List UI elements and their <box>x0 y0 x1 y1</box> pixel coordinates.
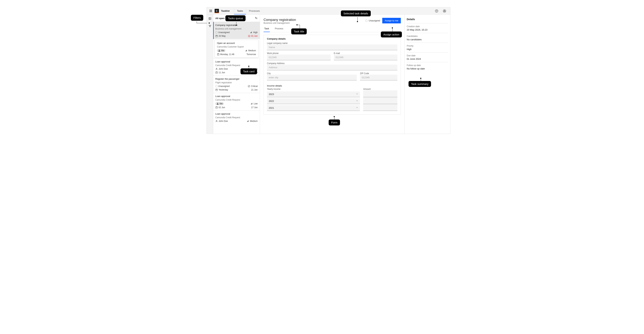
summary-row: Creation date20 May 2024, 15:23 <box>407 23 448 33</box>
filter-icon[interactable] <box>208 24 212 29</box>
task-card-due-date: 21 Jun <box>251 89 258 91</box>
label-work-phone: Work phone <box>267 52 331 55</box>
input-amount[interactable] <box>363 97 397 104</box>
priority-icon <box>248 85 250 88</box>
svg-point-27 <box>216 68 217 69</box>
task-card-due-date: 17 Jun <box>251 106 258 109</box>
task-card-due-date: 01 Jun <box>248 35 258 37</box>
task-card-title: Loan approval <box>215 95 258 98</box>
summary-value: 20 May 2024, 15:23 <box>407 29 448 31</box>
input-address[interactable] <box>267 65 397 70</box>
svg-rect-21 <box>246 50 246 51</box>
app-switcher-icon[interactable] <box>209 9 212 13</box>
task-card-title: Open an account <box>217 42 256 45</box>
svg-rect-9 <box>250 33 251 33</box>
callout-task-title: Task title <box>291 29 307 34</box>
form-section-company: Company details <box>267 38 397 40</box>
task-card-created-date: 02 Jun <box>215 106 225 109</box>
summary-value: 01 June 2024 <box>407 58 448 60</box>
task-card[interactable]: Open an accountCamundia Customer SuportM… <box>214 40 258 58</box>
svg-rect-22 <box>247 50 247 51</box>
calendar-icon <box>215 106 218 109</box>
task-card-priority: Critical <box>248 85 258 88</box>
input-work-phone[interactable] <box>267 55 331 60</box>
svg-rect-10 <box>251 32 251 33</box>
svg-point-0 <box>435 10 438 12</box>
brand-logo: C <box>214 9 219 13</box>
task-card-assignee: John Doe <box>215 68 228 70</box>
task-card-title: Register the passenger <box>215 78 258 80</box>
task-card[interactable]: Loan approvalCamundia Credit RequestJohn… <box>213 111 260 124</box>
task-card-subtitle: Flight registration <box>215 81 258 84</box>
task-card-subtitle: Camundia Credit Request <box>215 64 258 67</box>
year-select[interactable]: 2022 <box>267 98 360 104</box>
task-card-created-date: 11 Jun <box>215 71 225 74</box>
assign-to-me-button[interactable]: Assign to me <box>382 18 401 24</box>
year-select[interactable]: 2023 <box>267 91 360 97</box>
callout-task-card: Task card <box>240 68 257 74</box>
calendar-icon <box>215 89 218 91</box>
summary-label: Follow up date <box>407 64 448 67</box>
label-address: Company Address <box>267 62 397 65</box>
task-card[interactable]: Loan approvalCamundia Credit RequestMeLo… <box>213 93 260 111</box>
svg-rect-50 <box>247 121 248 122</box>
task-card-created-date: Monday, 11:46 <box>217 53 234 56</box>
task-card-assignee: John Doe <box>215 120 228 122</box>
input-city[interactable] <box>267 75 357 81</box>
task-card-assignee: Me <box>217 49 226 52</box>
summary-label: Creation date <box>407 25 448 28</box>
task-card-title: Loan approval <box>215 113 258 115</box>
task-card[interactable]: Register the passengerFlight registratio… <box>213 76 260 93</box>
label-yearly-income: Yearly income <box>267 88 360 90</box>
svg-rect-51 <box>248 121 248 122</box>
svg-rect-23 <box>217 54 219 55</box>
task-card-assignee: Unassigned <box>215 31 230 34</box>
summary-row: Due date01 June 2024 <box>407 52 448 62</box>
sort-icon[interactable] <box>255 17 258 20</box>
user-avatar-icon[interactable] <box>442 8 448 14</box>
priority-icon <box>250 31 252 34</box>
summary-label: Due date <box>407 54 448 57</box>
chevron-down-icon <box>356 107 358 109</box>
nav-tab-processes[interactable]: Processes <box>246 7 263 15</box>
priority-icon <box>247 120 249 122</box>
input-zip[interactable] <box>360 75 397 81</box>
input-amount[interactable] <box>363 104 397 111</box>
help-icon[interactable] <box>434 8 440 14</box>
year-select[interactable]: 2021 <box>267 105 360 111</box>
alert-icon <box>248 35 250 37</box>
tab-task[interactable]: Task <box>264 25 270 32</box>
task-summary-panel: Details Creation date20 May 2024, 15:23C… <box>404 15 450 134</box>
summary-label: Priority <box>407 45 448 47</box>
label-legal-name: Legal company name <box>267 42 397 45</box>
task-card-priority: Medium <box>247 120 258 122</box>
expand-sidebar-icon[interactable] <box>208 16 212 21</box>
label-city: City <box>267 72 357 75</box>
input-amount[interactable] <box>363 90 397 97</box>
user-icon <box>215 68 218 70</box>
task-subtitle: Business unit management <box>264 22 296 24</box>
svg-rect-42 <box>251 104 251 105</box>
filter-sidebar <box>207 15 213 134</box>
task-card-created-date: Yesterday <box>215 89 228 91</box>
svg-rect-37 <box>216 89 217 91</box>
svg-rect-20 <box>246 51 246 52</box>
nav-tab-tasks[interactable]: Tasks <box>234 7 246 15</box>
task-card-subtitle: Camundia Credit Request <box>215 116 258 119</box>
task-card-priority: High <box>250 31 258 34</box>
user-icon <box>218 49 220 52</box>
priority-icon <box>250 102 253 105</box>
task-card[interactable]: Company registrationBusiness unit manage… <box>213 22 260 39</box>
priority-icon <box>245 49 248 52</box>
summary-value: No follow up date <box>407 67 448 70</box>
svg-marker-6 <box>209 25 211 27</box>
calendar-icon <box>217 53 220 56</box>
task-card-assignee: Unassigned <box>215 85 230 88</box>
user-icon <box>216 102 219 105</box>
task-card-priority: Low <box>250 102 258 105</box>
callout-assign-action: Assign action <box>381 32 402 38</box>
task-title: Company registration <box>264 18 296 22</box>
input-legal-name[interactable] <box>267 45 397 50</box>
tab-process[interactable]: Process <box>274 25 284 32</box>
input-email[interactable] <box>334 55 398 60</box>
